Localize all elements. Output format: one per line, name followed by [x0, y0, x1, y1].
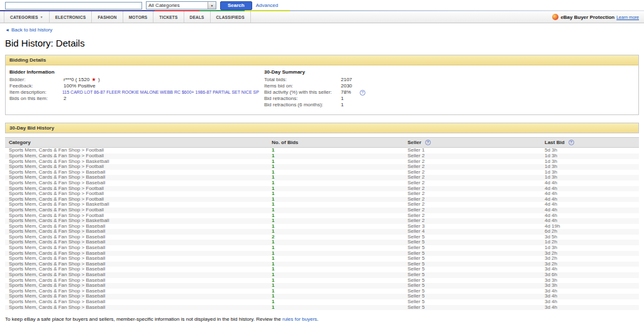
table-row: Sports Mem, Cards & Fan Shop > Football … [5, 164, 639, 170]
help-icon[interactable]: ? [360, 90, 365, 96]
nav-tab-label: CLASSIFIEDS [216, 15, 245, 19]
table-row: Sports Mem, Cards & Fan Shop > Football … [5, 148, 639, 153]
bids-on-item-row: Bids on this item: 2 [9, 96, 264, 102]
row-bid-count: 1 [268, 283, 404, 289]
search-input[interactable] [5, 2, 142, 9]
nav-tab[interactable]: ELECTRONICS [50, 11, 92, 23]
row-bid-count: 1 [268, 305, 404, 311]
row-category: Sports Mem, Cards & Fan Shop > Baseball [5, 294, 268, 299]
row-last-bid: 3d 2h [541, 251, 639, 257]
row-seller: Seller 5 [404, 235, 541, 240]
row-bid-count: 1 [268, 289, 404, 294]
rules-for-buyers-link[interactable]: rules for buyers [282, 316, 317, 322]
table-row: Sports Mem, Cards & Fan Shop > Baseball … [5, 240, 639, 245]
bidder-score-close: ) [97, 77, 100, 82]
header-search-bar: All Categories ▼ Search Advanced [0, 0, 644, 10]
table-row: Sports Mem, Cards & Fan Shop > Baseball … [5, 229, 639, 235]
buyer-protection-shield-icon [552, 14, 558, 20]
row-last-bid: 4d 4h [541, 202, 639, 208]
search-button[interactable]: Search [220, 1, 252, 10]
row-bid-count: 1 [268, 159, 404, 165]
row-last-bid: 4d 4h [541, 208, 639, 213]
table-row: Sports Mem, Cards & Fan Shop > Baseball … [5, 283, 639, 289]
summary-row: Total bids: 2107 [264, 77, 635, 83]
row-category: Sports Mem, Cards & Fan Shop > Baseball [5, 180, 268, 186]
row-seller: Seller 3 [404, 224, 541, 230]
feedback-row: Feedback: 100% Positive [9, 83, 264, 89]
table-row: Sports Mem, Cards & Fan Shop > Basketbal… [5, 218, 639, 224]
column-label: Category [9, 140, 31, 145]
row-last-bid: 1d 3h [541, 159, 639, 165]
row-seller: Seller 5 [404, 256, 541, 262]
category-dropdown[interactable]: All Categories ▼ [146, 1, 216, 9]
row-category: Sports Mem, Cards & Fan Shop > Baseball [5, 256, 268, 262]
row-last-bid: 4d 4h [541, 213, 639, 219]
help-icon[interactable]: ? [569, 140, 574, 145]
row-category: Sports Mem, Cards & Fan Shop > Baseball [5, 170, 268, 175]
row-category: Sports Mem, Cards & Fan Shop > Football [5, 197, 268, 203]
nav-tab[interactable]: CLASSIFIEDS [211, 11, 251, 23]
row-bid-count: 1 [268, 170, 404, 175]
back-arrow-icon: ◄ [5, 28, 9, 32]
summary-row: Bid activity (%) with this seller: 78% ? [264, 89, 635, 96]
summary-row: Bid retractions (6 months): 1 [264, 102, 635, 108]
row-bid-count: 1 [268, 267, 404, 272]
help-icon[interactable]: ? [425, 140, 431, 145]
row-category: Sports Mem, Cards & Fan Shop > Football [5, 186, 268, 192]
feedback-label: Feedback: [9, 83, 62, 89]
row-last-bid: 1d 3h [541, 153, 639, 159]
row-seller: Seller 2 [404, 208, 541, 213]
nav-tab-label: CATEGORIES [10, 15, 38, 19]
row-last-bid: 4d 4h [541, 218, 639, 224]
item-description-label: Item description: [9, 89, 62, 96]
row-bid-count: 1 [268, 272, 404, 278]
row-seller: Seller 5 [404, 283, 541, 289]
column-header-category: Category [5, 138, 268, 148]
table-row: Sports Mem, Cards & Fan Shop > Baseball … [5, 272, 639, 278]
row-bid-count: 1 [268, 245, 404, 251]
advanced-search-link[interactable]: Advanced [256, 3, 279, 8]
row-category: Sports Mem, Cards & Fan Shop > Baseball [5, 272, 268, 278]
table-row: Sports Mem, Cards & Fan Shop > Baseball … [5, 170, 639, 175]
row-seller: Seller 2 [404, 218, 541, 224]
row-seller: Seller 5 [404, 299, 541, 305]
item-description-link[interactable]: 115 CARD LOT 86-87 FLEER ROOKIE MALONE W… [62, 89, 259, 96]
table-row: Sports Mem, Cards & Fan Shop > Football … [5, 153, 639, 159]
row-category: Sports Mem, Cards & Fan Shop > Baseball [5, 229, 268, 235]
row-seller: Seller 2 [404, 164, 541, 170]
nav-tab-label: MOTORS [129, 15, 148, 19]
nav-tab-categories[interactable]: CATEGORIES ▼ [4, 11, 50, 23]
table-row: Sports Mem, Cards & Fan Shop > Baseball … [5, 294, 639, 299]
row-category: Sports Mem, Cards & Fan Shop > Baseball [5, 251, 268, 257]
row-category: Sports Mem, Cards & Fan Shop > Football [5, 213, 268, 219]
nav-tab[interactable]: MOTORS [123, 11, 154, 23]
summary-value: 1 [341, 96, 343, 102]
nav-tab[interactable]: DEALS [184, 11, 211, 23]
feedback-star-icon: ★ [92, 77, 96, 82]
back-link-label: Back to bid history [11, 27, 52, 33]
row-bid-count: 1 [268, 180, 404, 186]
summary-row: Bid retractions: 1 [264, 96, 635, 102]
summary-label: Total bids: [264, 77, 340, 83]
back-to-bid-history-link[interactable]: ◄ Back to bid history [5, 27, 52, 33]
row-seller: Seller 2 [404, 186, 541, 192]
row-bid-count: 1 [268, 218, 404, 224]
row-bid-count: 1 [268, 229, 404, 235]
row-bid-count: 1 [268, 186, 404, 192]
nav-tab-label: ELECTRONICS [55, 15, 86, 19]
nav-tab[interactable]: TICKETS [153, 11, 184, 23]
summary-value: 2107 [341, 77, 352, 83]
nav-tab[interactable]: FASHION [92, 11, 123, 23]
row-seller: Seller 4 [404, 229, 541, 235]
row-category: Sports Mem, Cards & Fan Shop > Baseball [5, 245, 268, 251]
summary-value: 1 [341, 102, 343, 108]
learn-more-link[interactable]: Learn more [616, 15, 639, 19]
row-seller: Seller 5 [404, 294, 541, 299]
table-row: Sports Mem, Cards & Fan Shop > Baseball … [5, 256, 639, 262]
row-bid-count: 1 [268, 164, 404, 170]
bidding-details-body: Bidder Information Bidder: r***0 ( 1520 … [6, 65, 638, 114]
row-bid-count: 1 [268, 262, 404, 267]
row-last-bid: 3d 6h [541, 272, 639, 278]
row-last-bid: 3d 4h [541, 299, 639, 305]
row-last-bid: 1d 3h [541, 164, 639, 170]
